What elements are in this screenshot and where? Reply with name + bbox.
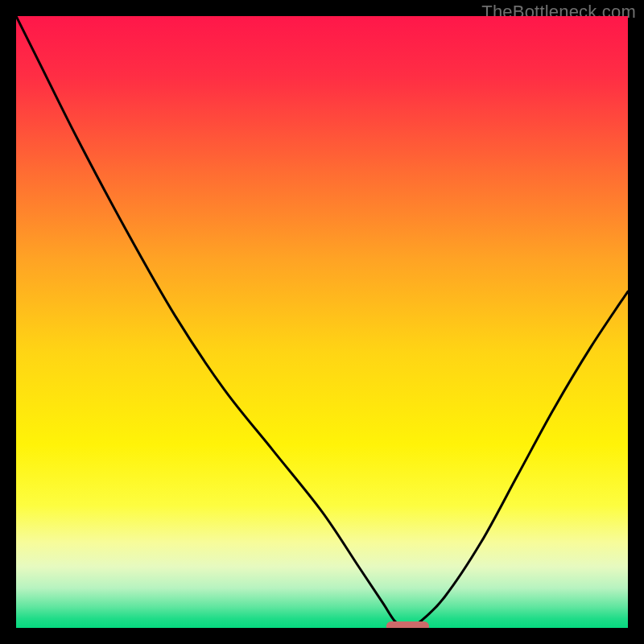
optimal-marker — [386, 621, 429, 628]
plot-area — [16, 16, 628, 628]
chart-svg — [16, 16, 628, 628]
chart-frame: TheBottleneck.com — [0, 0, 644, 644]
gradient-background — [16, 16, 628, 628]
